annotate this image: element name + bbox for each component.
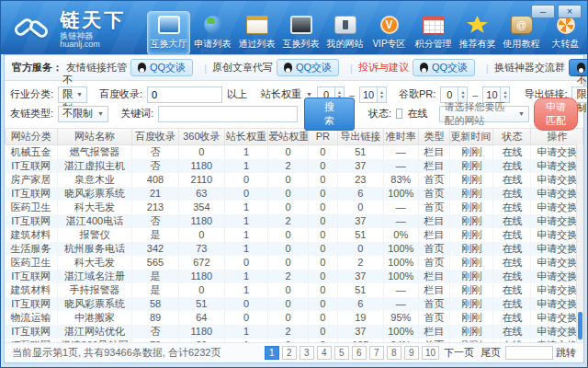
column-header[interactable]: 站长权重 <box>225 129 268 144</box>
nav-item-mysite[interactable]: 我的网站 <box>323 11 367 55</box>
page-button-3[interactable]: 3 <box>300 346 314 360</box>
match-site-select[interactable]: 请选择您要匹配的网站▼ <box>439 106 529 122</box>
column-header[interactable]: 操作 <box>531 129 583 144</box>
apply-exchange-link[interactable]: 申请交换 <box>531 201 583 214</box>
nav-item-hall[interactable]: 互换大厅 <box>147 11 190 55</box>
vertical-scrollbar[interactable] <box>576 143 582 341</box>
site-name-link[interactable]: 湛江域名注册 <box>57 270 132 283</box>
column-header[interactable]: 更新时间▼ <box>450 129 493 144</box>
cell-az: 0 <box>268 228 309 242</box>
qq-chat-button-writing[interactable]: QQ交谈 <box>277 59 339 76</box>
cell-zz: 1 <box>225 144 268 159</box>
last-page-button[interactable]: 尾页 <box>481 346 501 360</box>
cell-az: 0 <box>268 201 309 214</box>
cell-type: 首页 <box>418 297 450 311</box>
baidu-included-input[interactable] <box>147 86 222 103</box>
qq-chat-button-complaint[interactable]: QQ交谈 <box>413 59 475 76</box>
cell-ontime: — <box>383 297 418 311</box>
cell-status: 在线 <box>493 187 531 201</box>
cell-baidu: 565 <box>132 256 178 270</box>
apply-exchange-link[interactable]: 申请交换 <box>531 187 583 201</box>
apply-exchange-link[interactable]: 申请交换 <box>531 283 583 297</box>
site-name-link[interactable]: 晓风彩票系统 <box>57 297 132 311</box>
cell-type: 首页 <box>418 311 450 325</box>
cell-so360: 0 <box>178 283 224 297</box>
qq-chat-button-hosting[interactable]: QQ交谈 <box>130 59 193 76</box>
page-button-6[interactable]: 6 <box>352 346 367 360</box>
apply-exchange-link[interactable]: 申请交换 <box>531 214 583 228</box>
site-name-link[interactable]: 湛江网站优化 <box>57 325 132 339</box>
page-button-7[interactable]: 7 <box>369 346 384 360</box>
scrollbar-thumb[interactable] <box>578 312 582 339</box>
online-checkbox[interactable] <box>396 109 402 119</box>
apply-exchange-link[interactable]: 申请交换 <box>531 325 583 339</box>
site-category: 医药卫生 <box>6 201 58 214</box>
nav-item-points[interactable]: 积分管理 <box>412 11 455 55</box>
apply-exchange-link[interactable]: 申请交换 <box>531 144 583 159</box>
column-header[interactable]: 爱站权重 <box>268 129 309 144</box>
close-button[interactable]: × <box>558 5 582 18</box>
column-header[interactable]: 准时率 <box>383 129 418 144</box>
page-button-9[interactable]: 9 <box>404 346 419 360</box>
page-summary-text: 当前显示第1页, 共有93466条数据, 合计6232页 <box>12 346 220 360</box>
apply-exchange-link[interactable]: 申请交换 <box>531 173 583 187</box>
nav-item-label: 使用教程 <box>501 38 542 51</box>
stepper-arrows-icon[interactable]: ▲▼ <box>377 87 386 102</box>
google-pr-label: 谷歌PR: <box>399 87 435 101</box>
page-button-5[interactable]: 5 <box>334 346 349 360</box>
footer-bar: 当前显示第1页, 共有93466条数据, 合计6232页 12345678910… <box>5 342 583 362</box>
site-name-link[interactable]: 手持报警器 <box>57 283 132 297</box>
nav-item-vip[interactable]: VIP专区 <box>368 11 411 55</box>
nav-item-list[interactable]: 互换列表 <box>279 11 322 55</box>
nav-item-apply[interactable]: 申请列表 <box>191 11 234 55</box>
apply-exchange-link[interactable]: 申请交换 <box>531 297 583 311</box>
column-header[interactable]: 类型 <box>418 129 450 144</box>
cell-ontime: 100% <box>383 256 418 270</box>
page-button-1[interactable]: 1 <box>265 346 279 360</box>
industry-select[interactable]: 不限制▼ <box>58 86 87 103</box>
link-type-select[interactable]: 不限制▼ <box>58 106 108 122</box>
weight-max-stepper[interactable]: 10▲▼ <box>359 86 387 103</box>
minimize-button[interactable]: – <box>531 5 555 18</box>
chevron-down-icon[interactable]: ▼ <box>306 91 312 98</box>
site-name-link[interactable]: 晓风彩票系统 <box>57 187 132 201</box>
next-page-button[interactable]: 下一页 <box>444 346 474 360</box>
column-header[interactable]: 状态 <box>493 129 531 144</box>
site-name-link[interactable]: 杭州服务电话 <box>57 242 132 256</box>
search-button[interactable]: 搜索 <box>304 98 355 131</box>
column-header[interactable]: PR <box>309 129 337 144</box>
apply-exchange-link[interactable]: 申请交换 <box>531 242 583 256</box>
apply-exchange-link[interactable]: 申请交换 <box>531 270 583 283</box>
site-name-link[interactable]: 燃气报警器 <box>57 144 132 159</box>
page-button-8[interactable]: 8 <box>387 346 401 360</box>
site-name-link[interactable]: 泉意木业 <box>57 173 132 187</box>
nav-item-pass[interactable]: 通过列表 <box>235 11 278 55</box>
site-name-link[interactable]: 报警仪 <box>57 228 132 242</box>
apply-exchange-link[interactable]: 申请交换 <box>531 311 583 325</box>
cell-status: 在线 <box>493 214 531 228</box>
table-row: IT互联网晓风彩票系统58510006—首页刚刚在线申请交换 <box>6 297 583 311</box>
site-name-link[interactable]: 科大毛发 <box>57 201 132 214</box>
keyword-input[interactable] <box>158 106 298 122</box>
apply-match-button[interactable]: 申请匹配 <box>534 98 578 131</box>
jump-button[interactable]: 跳转 <box>556 346 576 360</box>
apply-exchange-link[interactable]: 申请交换 <box>531 256 583 270</box>
cell-so360: 1180 <box>178 159 224 173</box>
page-button-4[interactable]: 4 <box>317 346 332 360</box>
page-button-2[interactable]: 2 <box>282 346 297 360</box>
apply-exchange-link[interactable]: 申请交换 <box>531 159 583 173</box>
column-header[interactable]: 导出链接 <box>337 129 383 144</box>
site-name-link[interactable]: 科大毛发 <box>57 256 132 270</box>
column-header[interactable]: 网站名称 <box>57 129 132 144</box>
site-name-link[interactable]: 湛江400电话 <box>57 214 132 228</box>
column-header[interactable]: 360收录 <box>178 129 224 144</box>
nav-item-star[interactable]: 推荐有奖 <box>456 11 499 55</box>
cell-type: 栏目 <box>418 214 450 228</box>
jump-page-input[interactable] <box>505 346 553 360</box>
site-name-link[interactable]: 中港搬家 <box>57 311 132 325</box>
page-button-10[interactable]: 10 <box>422 346 439 360</box>
column-header[interactable]: 网站分类 <box>6 129 58 144</box>
column-header[interactable]: 百度收录 <box>132 129 178 144</box>
site-name-link[interactable]: 湛江虚拟主机 <box>57 159 132 173</box>
apply-exchange-link[interactable]: 申请交换 <box>531 228 583 242</box>
